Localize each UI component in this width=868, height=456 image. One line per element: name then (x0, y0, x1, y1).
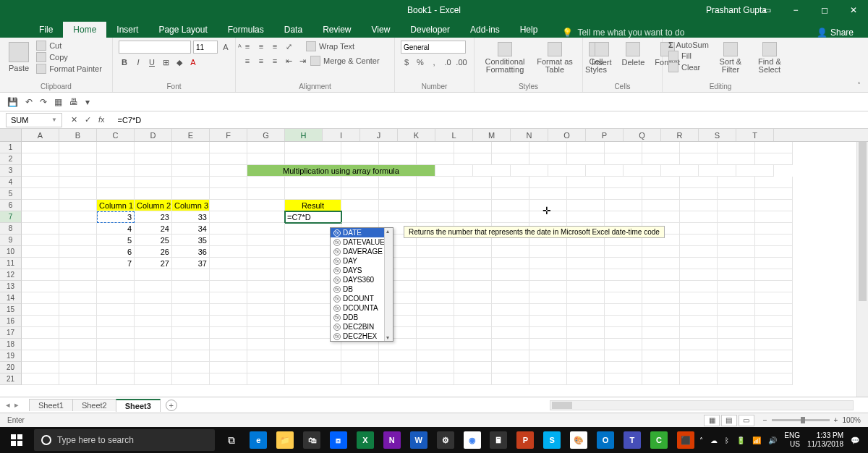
cell[interactable] (755, 269, 793, 281)
settings-icon[interactable]: ⚙ (433, 429, 458, 451)
cell[interactable] (567, 200, 605, 211)
cell[interactable] (247, 269, 285, 281)
col-B[interactable]: B (59, 129, 97, 141)
notifications-icon[interactable]: 💬 (851, 436, 859, 444)
row-header-12[interactable]: 12 (0, 269, 22, 281)
cell[interactable] (492, 292, 529, 304)
edge-icon[interactable]: e (246, 429, 271, 451)
zoom-in-icon[interactable]: + (834, 416, 838, 424)
cell[interactable] (59, 211, 97, 223)
cell[interactable] (680, 292, 718, 304)
cell[interactable] (718, 258, 755, 269)
fx-icon[interactable]: fx (98, 115, 105, 124)
cell[interactable] (755, 188, 793, 200)
tab-page-layout[interactable]: Page Layout (148, 22, 217, 38)
cell[interactable] (492, 246, 529, 258)
cell[interactable] (59, 350, 97, 362)
cell[interactable] (172, 269, 210, 281)
cell[interactable] (59, 281, 97, 292)
cell[interactable] (379, 211, 417, 223)
cell[interactable] (605, 339, 642, 350)
cell[interactable] (718, 281, 755, 292)
cell[interactable] (210, 292, 247, 304)
cell[interactable] (567, 327, 605, 339)
cell[interactable] (605, 153, 642, 165)
cell[interactable] (417, 327, 454, 339)
cell[interactable] (567, 304, 605, 316)
cell[interactable] (247, 350, 285, 362)
cell[interactable] (718, 223, 755, 235)
cell[interactable] (341, 211, 379, 223)
underline-button[interactable]: U (146, 56, 158, 68)
cell[interactable] (755, 281, 793, 292)
cell[interactable]: 4 (97, 223, 135, 235)
cell[interactable] (605, 200, 642, 211)
cell[interactable] (247, 304, 285, 316)
collapse-ribbon-icon[interactable]: ˄ (857, 81, 861, 89)
cell[interactable] (454, 292, 492, 304)
cell[interactable] (567, 177, 605, 188)
cell[interactable] (247, 246, 285, 258)
cell[interactable] (210, 269, 247, 281)
cell[interactable] (379, 142, 417, 153)
cell[interactable] (642, 292, 680, 304)
row-header-7[interactable]: 7 (0, 211, 22, 223)
explorer-icon[interactable]: 📁 (273, 429, 298, 451)
cell[interactable] (285, 142, 341, 153)
format-painter-button[interactable]: Format Painter (36, 64, 102, 74)
increase-indent-icon[interactable]: ⇥ (297, 55, 308, 67)
cell[interactable] (247, 362, 285, 373)
font-color-button[interactable]: A (187, 56, 199, 68)
cell[interactable] (755, 142, 793, 153)
cell[interactable] (680, 304, 718, 316)
cell[interactable] (22, 211, 59, 223)
horizontal-scrollbar[interactable] (550, 400, 854, 410)
cell[interactable] (718, 153, 755, 165)
cell[interactable] (642, 316, 680, 327)
cell[interactable] (718, 339, 755, 350)
row-header-11[interactable]: 11 (0, 258, 22, 269)
cell[interactable] (22, 142, 59, 153)
cell[interactable]: Column 2 (135, 200, 172, 211)
cell[interactable] (285, 350, 341, 362)
cell[interactable] (435, 165, 473, 177)
cell[interactable] (605, 142, 642, 153)
align-left-icon[interactable]: ≡ (242, 55, 253, 67)
cell[interactable] (172, 339, 210, 350)
cell[interactable] (567, 246, 605, 258)
cell[interactable] (417, 373, 454, 385)
cell[interactable] (417, 153, 454, 165)
cell[interactable] (22, 316, 59, 327)
qat-dropdown-icon[interactable]: ▾ (85, 97, 90, 107)
cell[interactable] (642, 211, 680, 223)
cell[interactable] (492, 269, 529, 281)
onedrive-icon[interactable]: ☁ (710, 436, 718, 444)
cell[interactable] (642, 339, 680, 350)
cell[interactable] (605, 269, 642, 281)
cell[interactable]: 35 (172, 235, 210, 246)
cell[interactable] (529, 316, 567, 327)
cell[interactable] (247, 153, 285, 165)
row-header-17[interactable]: 17 (0, 327, 22, 339)
cell[interactable] (417, 350, 454, 362)
cell[interactable] (247, 292, 285, 304)
cell[interactable] (454, 177, 492, 188)
cell[interactable] (379, 350, 417, 362)
skype-icon[interactable]: S (540, 429, 565, 451)
qat-icon-2[interactable]: 🖶 (69, 97, 78, 107)
cell[interactable] (247, 211, 285, 223)
decrease-indent-icon[interactable]: ⇤ (283, 55, 294, 67)
percent-icon[interactable]: % (414, 56, 426, 68)
cell[interactable] (567, 350, 605, 362)
cell[interactable] (97, 281, 135, 292)
cell[interactable] (454, 269, 492, 281)
cell[interactable] (529, 211, 567, 223)
col-M[interactable]: M (473, 129, 511, 141)
cell[interactable] (22, 177, 59, 188)
cell[interactable] (624, 165, 661, 177)
cell[interactable] (567, 211, 605, 223)
wrap-text-button[interactable]: Wrap Text (306, 41, 354, 51)
enter-formula-icon[interactable]: ✓ (85, 115, 91, 124)
cell[interactable] (247, 327, 285, 339)
cell[interactable] (210, 211, 247, 223)
